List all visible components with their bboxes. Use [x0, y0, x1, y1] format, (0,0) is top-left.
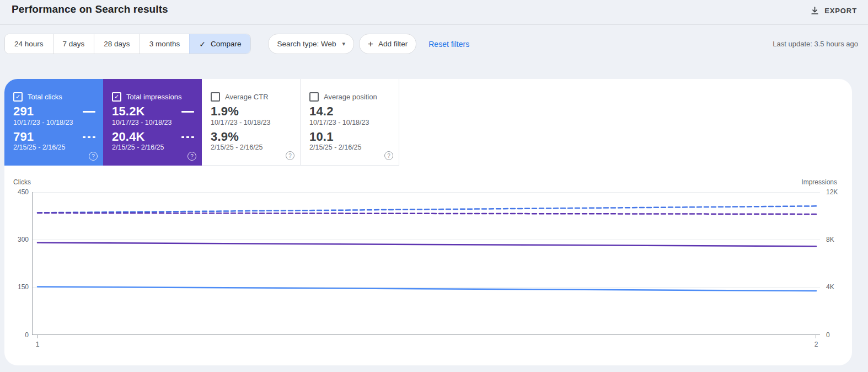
chip-24-hours[interactable]: 24 hours [5, 34, 53, 54]
right-tick-8k: 8K [826, 236, 834, 243]
help-icon[interactable]: ? [286, 151, 294, 160]
card-label: Average position [324, 93, 377, 101]
page-header: Performance on Search results EXPORT [0, 0, 868, 25]
solid-line-icon [181, 111, 194, 113]
metric-value-period1: 1.9% [211, 104, 239, 119]
average-position-checkbox[interactable] [309, 92, 319, 102]
left-tick-300: 300 [7, 236, 29, 243]
chip-7-days[interactable]: 7 days [53, 34, 94, 54]
right-axis-title: Impressions [776, 178, 837, 186]
metric-value-period2: 3.9% [211, 130, 239, 144]
card-label: Total clicks [28, 93, 62, 101]
metric-range-period1: 10/17/23 - 10/18/23 [309, 119, 369, 126]
checkmark-icon: ✓ [199, 40, 206, 49]
metric-value-period2: 791 [13, 130, 34, 144]
x-tick-label-2: 2 [811, 341, 822, 348]
metric-range-period1: 10/17/23 - 10/18/23 [13, 119, 73, 126]
compare-label: Compare [211, 40, 242, 48]
performance-panel: ✓ Total clicks 291 10/17/23 - 10/18/23 7… [4, 79, 852, 365]
help-icon[interactable]: ? [384, 151, 393, 160]
left-tick-150: 150 [7, 283, 29, 291]
average-ctr-card[interactable]: Average CTR 1.9% 10/17/23 - 10/18/23 3.9… [202, 79, 301, 166]
last-update-text: Last update: 3.5 hours ago [773, 40, 858, 48]
metric-range-period2: 2/15/25 - 2/16/25 [309, 144, 362, 151]
chip-28-days[interactable]: 28 days [94, 34, 139, 54]
date-range-chip-group: 24 hours 7 days 28 days 3 months ✓ Compa… [4, 34, 251, 54]
x-tick-label-1: 1 [32, 341, 43, 348]
plus-icon: + [368, 39, 373, 50]
chip-compare[interactable]: ✓ Compare [189, 34, 250, 54]
export-button[interactable]: EXPORT [809, 4, 858, 18]
page-title: Performance on Search results [12, 3, 168, 15]
solid-line-icon [83, 111, 95, 113]
right-tick-0: 0 [826, 331, 830, 339]
x-tickmark-2 [816, 335, 816, 338]
performance-line-chart [32, 192, 820, 335]
metric-range-period2: 2/15/25 - 2/16/25 [13, 144, 66, 151]
metric-value-period1: 291 [13, 104, 34, 119]
right-tick-12k: 12K [826, 188, 838, 196]
dashed-line-icon [83, 136, 95, 138]
metric-range-period2: 2/15/25 - 2/16/25 [112, 144, 164, 151]
metric-range-period1: 10/17/23 - 10/18/23 [211, 119, 270, 126]
left-tick-0: 0 [7, 331, 29, 339]
dashed-line-icon [181, 136, 194, 138]
card-label: Average CTR [225, 93, 269, 101]
metric-value-period2: 10.1 [309, 130, 334, 144]
search-console-performance-page: Performance on Search results EXPORT 24 … [0, 0, 868, 372]
total-clicks-card[interactable]: ✓ Total clicks 291 10/17/23 - 10/18/23 7… [4, 79, 103, 166]
metric-value-period2: 20.4K [112, 130, 145, 144]
add-filter-label: Add filter [378, 40, 408, 48]
search-type-dropdown[interactable]: Search type: Web ▾ [268, 34, 354, 54]
metric-value-period1: 14.2 [309, 104, 334, 119]
metric-range-period1: 10/17/23 - 10/18/23 [112, 119, 172, 126]
reset-filters-link[interactable]: Reset filters [428, 40, 469, 49]
add-filter-button[interactable]: + Add filter [359, 34, 416, 54]
left-axis-title: Clicks [13, 178, 31, 186]
total-impressions-card[interactable]: ✓ Total impressions 15.2K 10/17/23 - 10/… [103, 79, 202, 166]
metric-cards-row: ✓ Total clicks 291 10/17/23 - 10/18/23 7… [4, 79, 399, 166]
chip-3-months[interactable]: 3 months [140, 34, 190, 54]
metric-range-period2: 2/15/25 - 2/16/25 [211, 144, 263, 151]
average-position-card[interactable]: Average position 14.2 10/17/23 - 10/18/2… [301, 79, 399, 166]
right-tick-4k: 4K [826, 283, 834, 291]
help-icon[interactable]: ? [89, 152, 98, 161]
left-tick-450: 450 [7, 188, 29, 196]
download-icon [810, 6, 819, 15]
card-label: Total impressions [126, 93, 181, 101]
total-impressions-checkbox[interactable]: ✓ [112, 92, 121, 102]
x-tickmark-1 [37, 335, 37, 338]
search-type-label: Search type: Web [277, 40, 336, 48]
metric-value-period1: 15.2K [112, 104, 145, 119]
filter-toolbar: 24 hours 7 days 28 days 3 months ✓ Compa… [4, 34, 469, 54]
chevron-down-icon: ▾ [342, 40, 345, 47]
total-clicks-checkbox[interactable]: ✓ [13, 92, 23, 102]
help-icon[interactable]: ? [187, 152, 196, 161]
average-ctr-checkbox[interactable] [211, 92, 220, 102]
export-label: EXPORT [824, 7, 857, 15]
